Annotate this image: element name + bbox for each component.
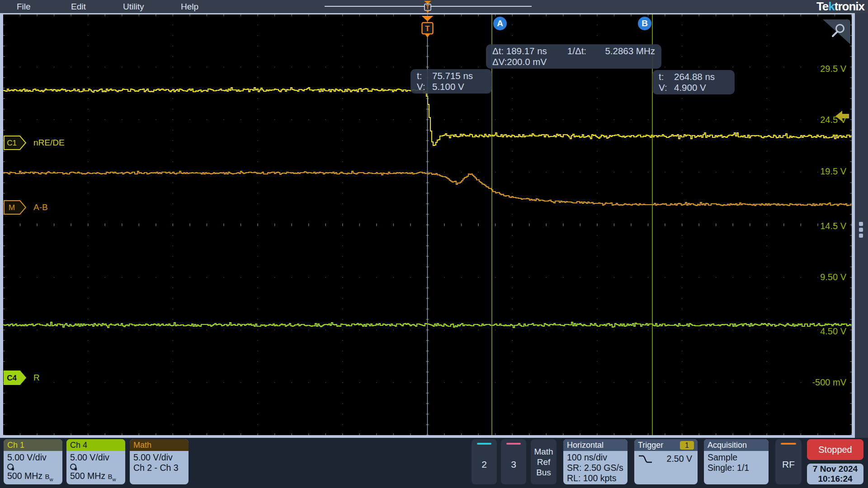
trace-math-a-b- xyxy=(3,171,851,206)
results-drawer-handle[interactable] xyxy=(859,222,863,238)
tektronix-logo: Tektronix xyxy=(816,0,864,13)
cursor-b-readout: t:264.88 ns V:4.900 V xyxy=(652,70,735,94)
menu-file[interactable]: File xyxy=(17,0,31,13)
scale-label: 29.5 V xyxy=(820,64,846,74)
trigger-source-badge: 1 xyxy=(680,441,694,450)
math-title: Math xyxy=(130,439,189,451)
svg-text:C4: C4 xyxy=(7,374,17,382)
math-waveform-label: A-B xyxy=(33,202,48,212)
cursor-b-badge[interactable]: B xyxy=(638,17,651,30)
cursor-a-readout: t:75.715 ns V:5.100 V xyxy=(410,69,492,94)
trigger-level: 2.50 V xyxy=(667,454,692,464)
menu-bar: File Edit Utility Help T Tektronix xyxy=(0,0,868,13)
right-sidebar xyxy=(855,13,868,438)
ch1-waveform-label: nRE/DE xyxy=(33,138,65,148)
ch4-title: Ch 4 xyxy=(66,439,125,451)
menu-utility[interactable]: Utility xyxy=(123,0,144,13)
ch4-settings-badge[interactable]: Ch 4 5.00 V/div 500 MHz Bw xyxy=(66,439,125,484)
scale-label: 4.50 V xyxy=(820,326,846,337)
channel-badge-math[interactable]: M A-B xyxy=(4,200,48,215)
trigger-settings-badge[interactable]: Trigger1 2.50 V xyxy=(634,439,698,484)
datetime-display: 7 Nov 2024 10:16:24 xyxy=(807,464,863,484)
ch1-bandwidth: 500 MHz Bw xyxy=(7,471,59,484)
ch4-waveform-label: R xyxy=(33,373,40,383)
ch1-scale: 5.00 V/div xyxy=(7,452,59,463)
horizontal-settings-badge[interactable]: Horizontal 100 ns/div SR: 2.50 GS/s RL: … xyxy=(563,439,627,484)
trigger-position-indicator-icon[interactable]: T xyxy=(420,0,435,14)
scale-label: 14.5 V xyxy=(820,221,846,231)
trace-ch-1-nre-de- xyxy=(3,88,851,145)
scale-label: 9.50 V xyxy=(820,272,846,282)
sample-rate: SR: 2.50 GS/s xyxy=(567,463,624,473)
math-source: Ch 2 - Ch 3 xyxy=(133,463,185,473)
trigger-flag-icon[interactable]: T xyxy=(422,16,434,38)
ch1-title: Ch 1 xyxy=(4,439,62,451)
ch3-add-button[interactable]: 3 xyxy=(501,439,526,484)
settings-bar: Ch 1 5.00 V/div 500 MHz Bw Ch 4 5.00 V/d… xyxy=(0,438,868,488)
rf-button[interactable]: RF xyxy=(775,439,802,484)
oscilloscope-screen: File Edit Utility Help T Tektronix T 29.… xyxy=(0,0,868,488)
record-length: RL: 100 kpts xyxy=(567,473,624,483)
cursor-a-badge[interactable]: A xyxy=(493,17,507,30)
probe-icon xyxy=(70,464,76,470)
menu-help[interactable]: Help xyxy=(181,0,198,13)
falling-edge-icon xyxy=(638,454,653,464)
math-settings-badge[interactable]: Math 5.00 V/div Ch 2 - Ch 3 xyxy=(130,439,189,484)
channel-badge-ch4[interactable]: C4 R xyxy=(4,371,40,385)
cursor-delta-readout: Δt: 189.17 ns1/Δt:5.2863 MHz ΔV:200.0 mV xyxy=(486,44,661,69)
svg-text:T: T xyxy=(426,4,429,10)
svg-text:M: M xyxy=(9,203,15,212)
acquisition-title: Acquisition xyxy=(704,439,769,451)
svg-text:T: T xyxy=(425,24,430,33)
date: 7 Nov 2024 xyxy=(813,464,858,474)
acquisition-settings-badge[interactable]: Acquisition Sample Single: 1/1 xyxy=(704,439,769,484)
horizontal-title: Horizontal xyxy=(563,439,627,451)
trace-ch-4-r- xyxy=(3,322,851,328)
math-scale: 5.00 V/div xyxy=(133,452,185,463)
ch1-settings-badge[interactable]: Ch 1 5.00 V/div 500 MHz Bw xyxy=(4,439,62,484)
scale-label: -500 mV xyxy=(812,377,846,388)
channel-badge-ch1[interactable]: C1 nRE/DE xyxy=(4,136,65,150)
ch2-add-button[interactable]: 2 xyxy=(472,439,497,484)
waveform-display[interactable]: T 29.5 V24.5 V19.5 V14.5 V9.50 V4.50 V-5… xyxy=(3,14,852,435)
waveform-frame: T 29.5 V24.5 V19.5 V14.5 V9.50 V4.50 V-5… xyxy=(0,13,855,438)
time: 10:16:24 xyxy=(818,474,852,484)
ch4-bandwidth: 500 MHz Bw xyxy=(70,471,122,484)
acquisition-mode: Sample xyxy=(708,452,765,463)
acquisition-status-badge[interactable]: Stopped xyxy=(807,439,863,460)
zoom-button[interactable] xyxy=(823,19,850,44)
scale-label: 24.5 V xyxy=(820,115,846,125)
math-ref-bus-button[interactable]: Math Ref Bus xyxy=(531,439,557,484)
trigger-title: Trigger xyxy=(638,439,663,451)
horizontal-scale: 100 ns/div xyxy=(567,452,624,463)
ch4-scale: 5.00 V/div xyxy=(70,452,122,463)
acquisition-count: Single: 1/1 xyxy=(708,463,765,473)
svg-text:C1: C1 xyxy=(7,139,17,147)
menu-edit[interactable]: Edit xyxy=(71,0,86,13)
probe-icon xyxy=(7,464,14,470)
scale-label: 19.5 V xyxy=(820,166,846,177)
